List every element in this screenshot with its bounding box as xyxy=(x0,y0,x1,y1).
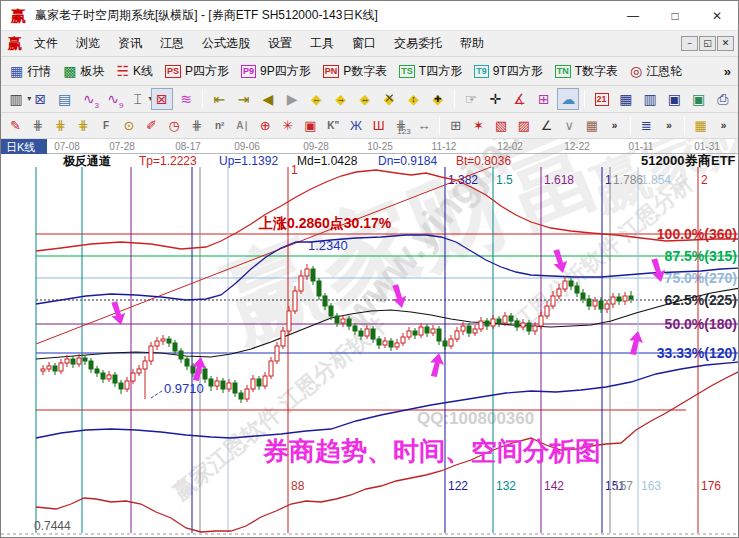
candle xyxy=(179,348,183,363)
print-button[interactable]: ⎙ xyxy=(712,88,734,110)
crosshair-button[interactable]: ✛ xyxy=(484,88,506,110)
quotes-button[interactable]: ▦行情 xyxy=(4,61,57,82)
pen-tool[interactable]: ✎ xyxy=(5,116,26,136)
gann-net-button[interactable]: ⊞ xyxy=(533,88,555,110)
gold-fence-tool[interactable]: ⋕ xyxy=(50,116,71,136)
export-button[interactable]: ▣ xyxy=(687,88,709,110)
close-button[interactable]: ✕ xyxy=(696,1,738,31)
menu-帮助[interactable]: 帮助 xyxy=(451,31,493,56)
gold-fence2-tool[interactable]: ⋕ xyxy=(73,116,94,136)
next-button[interactable]: ▶ xyxy=(281,88,303,110)
menu-浏览[interactable]: 浏览 xyxy=(67,31,109,56)
gann-wheel-button[interactable]: ◎江恩轮 xyxy=(624,61,688,82)
star-spiral-tool[interactable]: ✳ xyxy=(277,116,298,136)
more-tools-button[interactable]: » xyxy=(604,116,625,136)
gann-fan-tool[interactable]: ✶ xyxy=(468,116,489,136)
cloud-button[interactable]: ☁ xyxy=(557,88,579,110)
mdi-minimize-button[interactable]: － xyxy=(681,36,698,51)
circle-cross-tool[interactable]: ⊕ xyxy=(255,116,276,136)
win-fence-tool[interactable]: Ш xyxy=(368,116,389,136)
t-square-button[interactable]: TST四方形 xyxy=(393,61,468,82)
goto-start-button[interactable]: ⇤ xyxy=(208,88,230,110)
t9-square-button-icon: T9 xyxy=(474,65,489,78)
candle-style-button[interactable]: ⌶▾ xyxy=(126,88,148,110)
calendar-button[interactable]: 21 xyxy=(590,88,612,110)
window-line-tool[interactable]: ⊞ xyxy=(445,116,466,136)
diamond-cross-button[interactable]: ◆⤬ xyxy=(378,88,400,110)
save-button[interactable]: ▣ xyxy=(663,88,685,110)
brush-tool[interactable]: ✐ xyxy=(141,116,162,136)
period-tab[interactable]: 日K线 xyxy=(1,139,47,154)
gann-level-label: 33.33%(120) xyxy=(657,345,737,361)
shen-fence-tool[interactable]: Ж xyxy=(346,116,367,136)
pan-hand-button[interactable]: ☞ xyxy=(460,88,482,110)
calculator-button[interactable]: ▦ xyxy=(615,88,637,110)
kline-chart[interactable]: 赢家财富赢家财富www.yingjia360.comQQ:100800360赢家… xyxy=(1,139,739,538)
maximize-button[interactable]: □ xyxy=(654,1,696,31)
prev-button[interactable]: ◀ xyxy=(257,88,279,110)
p-number-button[interactable]: PNP数字表 xyxy=(317,61,394,82)
t9-square-button[interactable]: T99T四方形 xyxy=(468,61,549,82)
wave3-button[interactable]: ∿3 xyxy=(78,88,100,110)
menu-设置[interactable]: 设置 xyxy=(259,31,301,56)
indicator-value: Bt=0.8036 xyxy=(456,154,511,168)
fence123-tool[interactable]: ⋕123 xyxy=(391,116,412,136)
p-square-button[interactable]: PSP四方形 xyxy=(159,61,235,82)
gann-grid-button[interactable]: ⊠ xyxy=(29,88,51,110)
sectors-button[interactable]: ▩板块 xyxy=(57,61,110,82)
gann-box-tool[interactable]: ▧ xyxy=(491,116,512,136)
menu-工具[interactable]: 工具 xyxy=(301,31,343,56)
time-circle-tool[interactable]: ◷ xyxy=(164,116,185,136)
menu-窗口[interactable]: 窗口 xyxy=(343,31,385,56)
diamond-vspan-button[interactable]: ◆↕ xyxy=(402,88,424,110)
angle-fan-tool[interactable]: ∠ xyxy=(536,116,557,136)
levels-flag-button[interactable]: ≋ xyxy=(175,88,197,110)
grid-tool[interactable]: ▦ xyxy=(582,116,603,136)
diamond-hspan-button[interactable]: ◆↔ xyxy=(354,88,376,110)
gann-square-tool[interactable]: ▨ xyxy=(513,116,534,136)
circle5-tool[interactable]: ⊙ xyxy=(119,116,140,136)
chart-type-button[interactable]: ▥▾ xyxy=(5,88,27,110)
menu-文件[interactable]: 文件 xyxy=(25,31,67,56)
f-fence-tool[interactable]: F xyxy=(96,116,117,136)
date-axis-label: 01-11 xyxy=(629,141,654,152)
gann-grid-active-button[interactable]: ⊠ xyxy=(151,88,173,110)
sectors-button-label: 板块 xyxy=(80,63,104,80)
fence2-tool[interactable]: ⋕ xyxy=(187,116,208,136)
mdi-restore-button[interactable]: ◱ xyxy=(699,36,716,51)
k-quote-tool[interactable]: K" xyxy=(323,116,344,136)
gold-grid-tool[interactable]: ▦ xyxy=(690,116,711,136)
diamond-right-button[interactable]: ◆→ xyxy=(330,88,352,110)
menu-公式选股[interactable]: 公式选股 xyxy=(193,31,259,56)
minimize-button[interactable]: — xyxy=(612,1,654,31)
n-square-tool[interactable]: n² xyxy=(209,116,230,136)
toolbar-overflow-chevron[interactable]: » xyxy=(720,64,735,79)
candle xyxy=(131,369,135,384)
more-grids-button[interactable]: » xyxy=(713,116,734,136)
candle xyxy=(245,385,249,402)
date-axis-label: 10-25 xyxy=(367,141,393,152)
a-angle-tool[interactable]: A∣ xyxy=(232,116,253,136)
more-rulers-button[interactable]: » xyxy=(659,116,680,136)
goto-end-button[interactable]: ⇥ xyxy=(233,88,255,110)
diamond-fourway-button[interactable]: ◆✚ xyxy=(427,88,449,110)
menu-江恩[interactable]: 江恩 xyxy=(151,31,193,56)
notes-button[interactable]: ▤ xyxy=(54,88,76,110)
candle xyxy=(143,356,147,399)
ruler-tool[interactable]: ≣ xyxy=(636,116,657,136)
angle-measure-button[interactable]: ∡ xyxy=(508,88,530,110)
journal-button[interactable]: ▥ xyxy=(639,88,661,110)
fence-tool[interactable]: ⋕ xyxy=(28,116,49,136)
t-number-button[interactable]: TNT数字表 xyxy=(549,61,624,82)
measure-tool[interactable]: ↔ xyxy=(414,116,435,136)
menu-资讯[interactable]: 资讯 xyxy=(109,31,151,56)
p9-square-button[interactable]: P99P四方形 xyxy=(235,61,317,82)
square-spiral-tool[interactable]: ▣ xyxy=(300,116,321,136)
menu-交易委托[interactable]: 交易委托 xyxy=(385,31,451,56)
kline-button[interactable]: ☵K线 xyxy=(110,61,159,82)
candle xyxy=(449,335,453,349)
mdi-close-button[interactable]: ✕ xyxy=(717,36,734,51)
wave-tool[interactable]: ∨ xyxy=(559,116,580,136)
diamond-left-button[interactable]: ◆← xyxy=(305,88,327,110)
wave9-button[interactable]: ∿9 xyxy=(102,88,124,110)
